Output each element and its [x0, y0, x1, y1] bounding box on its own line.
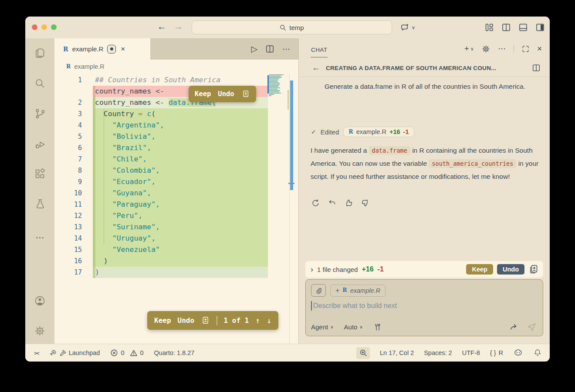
explorer-icon[interactable] — [34, 47, 46, 59]
code-line[interactable]: 16 ) — [54, 255, 298, 267]
tab-status-icon[interactable] — [107, 45, 116, 54]
close-window-button[interactable] — [32, 24, 37, 30]
scrollbar-thumb[interactable] — [290, 80, 293, 190]
undo-button[interactable]: Undo — [178, 316, 195, 325]
new-chat-button[interactable]: +∨ — [464, 44, 474, 54]
context-file-chip[interactable]: + R example.R — [330, 285, 386, 297]
chat-tab[interactable]: CHAT — [311, 40, 328, 57]
diff-file-icon[interactable] — [201, 316, 210, 325]
code-line[interactable]: 11 "Paraguay", — [54, 199, 298, 210]
code-line[interactable]: 1## Countries in South America — [54, 74, 298, 86]
agent-mode-dropdown[interactable]: Agent∨ — [311, 323, 334, 331]
toggle-secondary-sidebar-icon[interactable] — [535, 22, 545, 33]
diff-file-icon[interactable] — [241, 90, 250, 98]
undo-button[interactable]: Undo — [497, 264, 524, 275]
launchpad-label: Launchpad — [69, 349, 100, 356]
account-icon[interactable] — [34, 295, 46, 307]
keep-button[interactable]: Keep — [195, 90, 211, 98]
model-dropdown[interactable]: Auto∨ — [344, 323, 363, 331]
extensions-icon[interactable] — [34, 168, 46, 180]
problems-indicator[interactable]: 0 0 — [110, 349, 143, 357]
code-line[interactable]: country_names <- — [54, 86, 298, 97]
diff-file-icon[interactable] — [528, 264, 539, 275]
history-back-button[interactable]: ← — [157, 21, 166, 32]
line-number: 15 — [54, 244, 82, 255]
code-line[interactable]: 8 "Colombia", — [54, 165, 298, 176]
tab-example-r[interactable]: R example.R × — [54, 38, 150, 60]
close-panel-icon[interactable]: × — [537, 44, 542, 54]
send-icon[interactable] — [527, 322, 537, 332]
next-change-button[interactable]: ↓ — [267, 316, 271, 325]
keep-button[interactable]: Keep — [154, 316, 171, 325]
maximize-window-button[interactable] — [51, 24, 57, 30]
code-line[interactable]: 5 "Bolivia", — [54, 131, 298, 142]
breadcrumb[interactable]: R example.R — [54, 60, 298, 74]
code-line[interactable]: 13 "Suriname", — [54, 221, 298, 233]
settings-gear-icon[interactable] — [34, 325, 46, 337]
chat-input-box[interactable]: + R example.R Describe what to build nex… — [305, 279, 543, 336]
retry-icon[interactable] — [311, 198, 320, 208]
code-line[interactable]: 7 "Chile", — [54, 154, 298, 165]
history-forward-button[interactable]: → — [174, 21, 183, 32]
chat-session-button[interactable]: ∨ — [400, 22, 415, 33]
source-control-icon[interactable] — [34, 108, 46, 120]
code-line[interactable]: 9 "Ecuador", — [54, 176, 298, 188]
keep-button[interactable]: Keep — [466, 264, 493, 275]
chat-text-input[interactable]: Describe what to build next — [311, 301, 538, 311]
edited-file-chip[interactable]: R example.R +16 -1 — [343, 127, 414, 137]
changes-bar[interactable]: › 1 file changed +16 -1 Keep Undo — [305, 261, 543, 278]
maximize-panel-icon[interactable] — [521, 45, 530, 53]
tab-close-icon[interactable]: × — [121, 45, 125, 54]
quarto-version[interactable]: Quarto: 1.8.27 — [154, 349, 195, 356]
code-line[interactable]: 6 "Brazil", — [54, 142, 298, 154]
tools-icon[interactable] — [373, 323, 382, 332]
command-center-search[interactable]: temp — [192, 20, 392, 34]
line-number: 16 — [54, 255, 82, 267]
copilot-icon[interactable] — [513, 348, 523, 358]
attach-button[interactable] — [311, 284, 326, 297]
toggle-panel-icon[interactable] — [518, 22, 528, 33]
chat-settings-gear-icon[interactable] — [481, 44, 490, 54]
minimap[interactable] — [269, 74, 287, 97]
launchpad-button[interactable]: Launchpad — [49, 349, 100, 357]
code-line[interactable]: 3 Country = c( — [54, 108, 298, 120]
scrollbar-track — [289, 74, 290, 344]
export-arrow-icon[interactable] — [509, 322, 519, 332]
undo-icon[interactable] — [328, 198, 337, 208]
code-line[interactable]: 17) — [54, 267, 298, 278]
expand-chevron-icon[interactable]: › — [311, 265, 313, 274]
more-views-icon[interactable] — [34, 232, 46, 244]
cursor-position[interactable]: Ln 17, Col 2 — [380, 349, 414, 356]
back-icon[interactable]: ← — [312, 63, 320, 73]
run-file-button[interactable]: ▷ — [251, 44, 257, 54]
run-debug-icon[interactable] — [34, 138, 46, 150]
code-line[interactable]: 2country_names <- data.frame( — [54, 97, 298, 108]
code-line[interactable]: 4 "Argentina", — [54, 120, 298, 131]
panel-collapse-icon[interactable]: >< — [34, 350, 38, 356]
undo-button[interactable]: Undo — [218, 90, 234, 98]
previous-change-button[interactable]: ↑ — [255, 316, 260, 325]
language-mode[interactable]: { } R — [490, 349, 503, 356]
encoding-setting[interactable]: UTF-8 — [462, 349, 480, 356]
code-line[interactable]: 15 "Venezuela" — [54, 244, 298, 255]
indentation-setting[interactable]: Spaces: 2 — [424, 349, 452, 356]
search-sidebar-icon[interactable] — [34, 77, 46, 89]
customize-layout-icon[interactable] — [484, 22, 494, 33]
code-line[interactable]: 14 "Uruguay", — [54, 233, 298, 244]
language-label: R — [499, 349, 503, 356]
minimize-window-button[interactable] — [41, 24, 47, 30]
zoom-button[interactable] — [356, 347, 370, 359]
split-editor-icon[interactable] — [501, 22, 511, 33]
thumbs-up-icon[interactable] — [344, 198, 353, 208]
notifications-bell-icon[interactable] — [533, 348, 542, 357]
editor-more-actions-button[interactable]: ⋯ — [282, 44, 291, 54]
split-editor-button[interactable] — [265, 44, 275, 54]
code-line[interactable]: 10 "Guyana", — [54, 188, 298, 199]
line-number: 17 — [54, 267, 82, 278]
code-line[interactable]: 12 "Peru", — [54, 210, 298, 221]
code-editor[interactable]: 1## Countries in South Americacountry_na… — [54, 74, 298, 344]
chat-more-actions-button[interactable]: ⋯ — [498, 44, 506, 54]
testing-icon[interactable] — [34, 198, 46, 210]
thumbs-down-icon[interactable] — [361, 198, 370, 208]
open-session-editor-icon[interactable] — [531, 63, 541, 73]
